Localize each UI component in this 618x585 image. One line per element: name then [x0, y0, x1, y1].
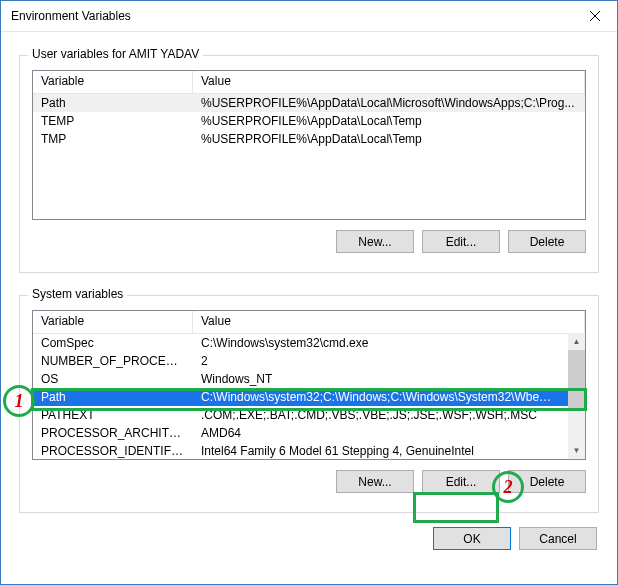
cell-variable: PATHEXT: [33, 407, 193, 423]
scroll-thumb[interactable]: [568, 350, 585, 410]
user-buttons-row: New... Edit... Delete: [32, 230, 586, 253]
dialog-title: Environment Variables: [11, 9, 131, 23]
dialog-button-row: OK Cancel: [19, 527, 599, 550]
cell-variable: Path: [33, 389, 193, 405]
list-header: Variable Value: [33, 71, 585, 94]
system-new-button[interactable]: New...: [336, 470, 414, 493]
cell-value: 2: [193, 353, 568, 369]
system-delete-button[interactable]: Delete: [508, 470, 586, 493]
user-delete-button[interactable]: Delete: [508, 230, 586, 253]
table-row[interactable]: OSWindows_NT: [33, 370, 568, 388]
cell-variable: ComSpec: [33, 335, 193, 351]
table-row[interactable]: TEMP%USERPROFILE%\AppData\Local\Temp: [33, 112, 585, 130]
cell-value: AMD64: [193, 425, 568, 441]
cell-variable: OS: [33, 371, 193, 387]
scroll-down-icon[interactable]: ▼: [568, 442, 585, 459]
cell-value: %USERPROFILE%\AppData\Local\Microsoft\Wi…: [193, 95, 585, 111]
user-variables-list[interactable]: Variable Value Path%USERPROFILE%\AppData…: [32, 70, 586, 220]
cell-value: C:\Windows\system32\cmd.exe: [193, 335, 568, 351]
table-row[interactable]: PATHEXT.COM;.EXE;.BAT;.CMD;.VBS;.VBE;.JS…: [33, 406, 568, 424]
user-variables-body: Path%USERPROFILE%\AppData\Local\Microsof…: [33, 94, 585, 219]
system-list-scrollbar[interactable]: ▲ ▼: [568, 333, 585, 459]
close-icon: [590, 11, 600, 21]
scroll-up-icon[interactable]: ▲: [568, 333, 585, 350]
table-row[interactable]: PROCESSOR_ARCHITECTUREAMD64: [33, 424, 568, 442]
dialog-client-area: User variables for AMIT YADAV Variable V…: [1, 31, 617, 584]
col-header-value[interactable]: Value: [193, 71, 585, 93]
table-row[interactable]: TMP%USERPROFILE%\AppData\Local\Temp: [33, 130, 585, 148]
cancel-button[interactable]: Cancel: [519, 527, 597, 550]
cell-variable: Path: [33, 95, 193, 111]
title-bar: Environment Variables: [1, 1, 617, 32]
table-row[interactable]: Path%USERPROFILE%\AppData\Local\Microsof…: [33, 94, 585, 112]
cell-variable: TEMP: [33, 113, 193, 129]
cell-value: C:\Windows\system32;C:\Windows;C:\Window…: [193, 389, 568, 405]
system-edit-button[interactable]: Edit...: [422, 470, 500, 493]
table-row[interactable]: NUMBER_OF_PROCESSORS2: [33, 352, 568, 370]
list-header: Variable Value: [33, 311, 585, 334]
dialog-environment-variables: Environment Variables User variables for…: [0, 0, 618, 585]
cell-value: Intel64 Family 6 Model 61 Stepping 4, Ge…: [193, 443, 568, 459]
user-edit-button[interactable]: Edit...: [422, 230, 500, 253]
system-buttons-row: New... Edit... Delete: [32, 470, 586, 493]
cell-value: .COM;.EXE;.BAT;.CMD;.VBS;.VBE;.JS;.JSE;.…: [193, 407, 568, 423]
close-button[interactable]: [572, 1, 617, 31]
table-row[interactable]: ComSpecC:\Windows\system32\cmd.exe: [33, 334, 568, 352]
col-header-variable[interactable]: Variable: [33, 311, 193, 333]
cell-value: Windows_NT: [193, 371, 568, 387]
ok-button[interactable]: OK: [433, 527, 511, 550]
cell-value: %USERPROFILE%\AppData\Local\Temp: [193, 113, 585, 129]
system-variables-list[interactable]: Variable Value ComSpecC:\Windows\system3…: [32, 310, 586, 460]
cell-variable: PROCESSOR_IDENTIFIER: [33, 443, 193, 459]
cell-variable: NUMBER_OF_PROCESSORS: [33, 353, 193, 369]
table-row[interactable]: PathC:\Windows\system32;C:\Windows;C:\Wi…: [33, 388, 568, 406]
user-variables-legend: User variables for AMIT YADAV: [28, 47, 203, 61]
cell-variable: PROCESSOR_ARCHITECTURE: [33, 425, 193, 441]
table-row[interactable]: PROCESSOR_IDENTIFIERIntel64 Family 6 Mod…: [33, 442, 568, 459]
system-variables-group: System variables Variable Value ComSpecC…: [19, 295, 599, 513]
col-header-value[interactable]: Value: [193, 311, 585, 333]
cell-value: %USERPROFILE%\AppData\Local\Temp: [193, 131, 585, 147]
system-variables-legend: System variables: [28, 287, 127, 301]
user-new-button[interactable]: New...: [336, 230, 414, 253]
cell-variable: TMP: [33, 131, 193, 147]
col-header-variable[interactable]: Variable: [33, 71, 193, 93]
user-variables-group: User variables for AMIT YADAV Variable V…: [19, 55, 599, 273]
system-variables-body: ComSpecC:\Windows\system32\cmd.exeNUMBER…: [33, 334, 568, 459]
